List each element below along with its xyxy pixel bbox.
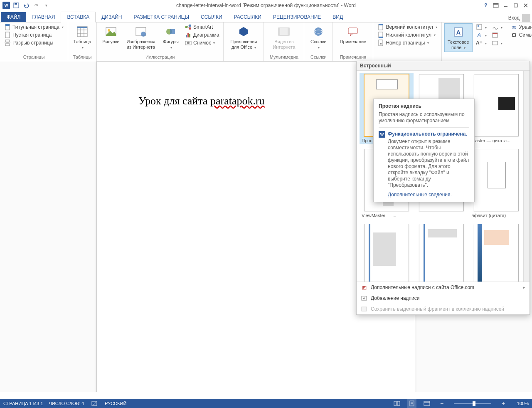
zoom-in-icon[interactable]: + <box>499 399 508 408</box>
web-layout-icon[interactable] <box>422 399 431 408</box>
shapes-button[interactable]: Фигуры <box>159 23 182 51</box>
smartart-button[interactable]: SmartArt <box>183 23 221 31</box>
object-button[interactable] <box>490 39 504 47</box>
office-apps-button[interactable]: Приложения для Office <box>226 23 261 51</box>
gallery-item-6[interactable]: лфавит (цитата) <box>470 149 522 218</box>
gallery-more-office[interactable]: ◩Дополнительные надписи с сайта Office.c… <box>357 282 530 293</box>
page-number-icon: # <box>377 40 384 46</box>
tab-mailings[interactable]: РАССЫЛКИ <box>228 12 267 22</box>
table-button[interactable]: Таблица <box>71 23 94 51</box>
gallery-item-7[interactable]: Боковая линия (боков... <box>361 224 412 282</box>
cover-page-button[interactable]: Титульная страница <box>2 23 65 31</box>
comment-button[interactable]: Примечание <box>335 23 370 45</box>
qat-customize-icon[interactable]: ▾ <box>42 1 51 10</box>
minimize-icon[interactable] <box>501 1 510 10</box>
undo-icon[interactable] <box>22 1 31 10</box>
equation-icon: π <box>511 24 517 30</box>
wordart-button[interactable]: A <box>474 31 488 39</box>
svg-point-23 <box>141 32 146 37</box>
gallery-item-3[interactable]: Master — цитата... <box>470 74 522 143</box>
office-icon: ◩ <box>361 284 367 291</box>
smartart-icon <box>185 24 192 30</box>
date-time-button[interactable] <box>490 31 504 39</box>
tab-design[interactable]: ДИЗАЙН <box>96 12 128 22</box>
tab-file[interactable]: ФАЙЛ <box>1 12 26 22</box>
maximize-icon[interactable] <box>511 1 520 10</box>
links-button[interactable]: Ссылки <box>307 23 330 51</box>
group-label-text <box>444 54 504 61</box>
symbol-button[interactable]: ΩСимвол <box>509 31 532 39</box>
svg-rect-53 <box>493 33 498 34</box>
gallery-draw-textbox[interactable]: AДобавление надписи <box>357 293 530 304</box>
ribbon: Титульная страница Пустая страница Разры… <box>0 22 532 61</box>
chart-button[interactable]: Диаграмма <box>183 31 221 39</box>
svg-line-29 <box>187 25 189 27</box>
svg-rect-51 <box>478 25 479 27</box>
group-label-links: Ссылки <box>307 54 330 61</box>
tooltip-more-link[interactable]: Дополнительные сведения. <box>388 192 452 198</box>
video-icon <box>277 25 291 38</box>
proofing-icon[interactable] <box>90 399 99 408</box>
save-icon[interactable] <box>12 1 21 10</box>
help-icon[interactable]: ? <box>481 1 490 10</box>
svg-rect-19 <box>77 27 87 28</box>
screenshot-button[interactable]: Снимок <box>183 39 221 47</box>
svg-rect-26 <box>185 26 187 28</box>
symbol-icon: Ω <box>511 32 517 38</box>
tab-review[interactable]: РЕЦЕНЗИРОВАНИЕ <box>267 12 327 22</box>
status-words[interactable]: ЧИСЛО СЛОВ: 4 <box>49 401 84 406</box>
signature-line-button[interactable] <box>490 23 504 31</box>
svg-rect-41 <box>348 28 357 34</box>
table-icon <box>76 25 89 38</box>
comment-icon <box>346 25 360 38</box>
date-icon <box>492 32 498 38</box>
window-title: change-letter-interval-in-word [Режим ог… <box>0 2 532 8</box>
group-text: AТекстовое поле A A≡ <box>442 22 507 61</box>
svg-text:#: # <box>380 42 382 46</box>
online-video-button: Видео из Интернета <box>266 23 301 51</box>
drop-cap-button[interactable]: A≡ <box>474 39 488 47</box>
equation-button[interactable]: πУравнение <box>509 23 532 31</box>
gallery-item-9[interactable]: Боковая панель "Асп... <box>470 224 522 282</box>
tab-insert[interactable]: ВСТАВКА <box>61 12 96 22</box>
close-icon[interactable] <box>521 1 530 10</box>
page-break-button[interactable]: Разрыв страницы <box>2 39 65 47</box>
zoom-slider[interactable] <box>454 403 491 404</box>
redo-icon[interactable] <box>32 1 41 10</box>
header-icon <box>377 24 384 30</box>
ribbon-display-icon[interactable] <box>491 1 500 10</box>
svg-rect-11 <box>5 40 10 42</box>
group-illustrations: Рисунки Изображения из Интернета Фигуры … <box>97 22 224 61</box>
tab-view[interactable]: ВИД <box>327 12 349 22</box>
footer-button[interactable]: Нижний колонтитул <box>376 31 438 39</box>
online-pictures-button[interactable]: Изображения из Интернета <box>123 23 158 51</box>
svg-rect-5 <box>514 4 517 7</box>
page-number-button[interactable]: #Номер страницы <box>376 39 438 47</box>
blank-page-button[interactable]: Пустая страница <box>2 31 65 39</box>
read-mode-icon[interactable] <box>392 399 401 408</box>
zoom-level[interactable]: 100% <box>514 401 529 406</box>
status-page[interactable]: СТРАНИЦА 1 ИЗ 1 <box>3 401 43 406</box>
group-label-media: Мультимедиа <box>266 54 301 61</box>
gallery-scrollbar[interactable] <box>523 71 530 282</box>
document-text[interactable]: Урок для сайта paratapok.ru <box>138 95 265 107</box>
zoom-out-icon[interactable]: − <box>437 399 446 408</box>
footer-icon <box>377 32 384 38</box>
tab-layout[interactable]: РАЗМЕТКА СТРАНИЦЫ <box>128 12 195 22</box>
status-language[interactable]: РУССКИЙ <box>105 401 126 406</box>
header-button[interactable]: Верхний колонтитул <box>376 23 438 31</box>
text-box-button[interactable]: AТекстовое поле <box>444 23 473 52</box>
gallery-item-8[interactable]: Боковая линия (цитат... <box>416 224 467 282</box>
group-media: Видео из Интернета Мультимедиа <box>264 22 304 61</box>
tab-home[interactable]: ГЛАВНАЯ <box>26 12 61 22</box>
draw-textbox-icon: A <box>361 295 367 302</box>
group-comments: Примечание Примечания <box>333 22 373 61</box>
links-icon <box>312 25 325 38</box>
svg-rect-32 <box>187 33 189 37</box>
sign-in[interactable]: Вход <box>508 14 532 22</box>
tab-references[interactable]: ССЫЛКИ <box>195 12 228 22</box>
pictures-button[interactable]: Рисунки <box>99 23 123 45</box>
print-layout-icon[interactable] <box>407 399 416 408</box>
cover-page-icon <box>4 24 11 30</box>
quick-parts-button[interactable] <box>474 23 488 31</box>
